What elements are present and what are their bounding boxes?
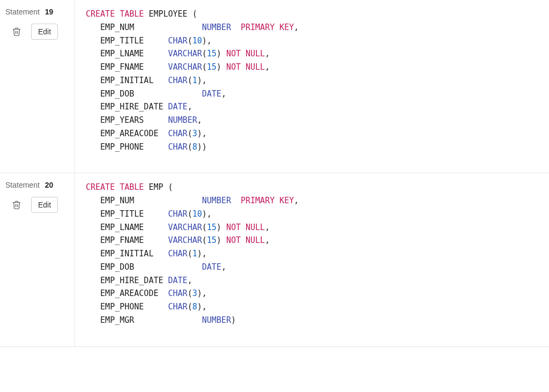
code-token: , [221,262,226,272]
code-token: EMP_INITIAL [86,249,168,258]
code-token: CHAR [168,76,188,85]
statement-label: Statement [5,8,40,16]
code-token: 15 [207,235,217,245]
code-token: CREATE [86,182,115,192]
code-token: PRIMARY [241,23,274,32]
code-token: 15 [207,223,217,232]
code-token: NOT [226,223,241,232]
code-token [274,196,279,205]
statement-label: Statement [5,181,40,189]
code-token: 8 [192,302,197,312]
code-token: ) [217,62,221,72]
code-token: , [265,223,270,232]
code-token: ) [231,315,236,325]
code-token: , [188,102,192,112]
code-token: EMP_TITLE [86,36,168,46]
statement-header: Statement20 [4,181,69,189]
code-token: NOT [226,235,241,245]
code-token: EMP_HIRE_DATE [86,102,168,112]
statement-controls: Edit [4,197,69,213]
code-token [241,223,246,232]
code-token: TABLE [120,9,144,19]
code-token: EMP [144,182,168,192]
code-token: CHAR [168,249,188,258]
code-token: KEY [279,196,294,205]
code-token: CHAR [168,302,188,312]
code-token [221,49,226,58]
statement-controls: Edit [4,24,69,40]
code-token: KEY [279,23,294,32]
statement-header: Statement19 [4,8,69,16]
trash-icon [12,27,21,36]
code-token: 1 [192,76,197,85]
code-token: , [294,196,299,205]
code-token: EMP_AREACODE [86,289,168,298]
edit-button[interactable]: Edit [31,24,58,40]
code-token: ) [217,223,221,232]
code-token: EMP_PHONE [86,302,168,312]
code-token: ( [188,302,192,312]
code-token: CHAR [168,129,188,138]
sql-code[interactable]: CREATE TABLE EMP ( EMP_NUM NUMBER PRIMAR… [75,173,549,346]
code-token: , [265,235,270,245]
code-token: ( [188,129,192,138]
code-token: EMP_MGR [86,315,202,325]
code-token: 10 [192,36,202,46]
code-token: ) [197,302,202,312]
code-token: 10 [192,209,202,219]
code-token: TABLE [120,182,144,192]
code-token: ( [202,49,207,58]
edit-button[interactable]: Edit [31,197,58,213]
code-token: ) [202,142,207,152]
code-token: ( [188,36,192,46]
code-token: , [221,89,226,99]
code-token: ) [197,249,202,258]
code-token: ( [188,249,192,258]
code-token: EMP_NUM [86,23,202,32]
code-token: CHAR [168,142,188,152]
code-token: CHAR [168,209,188,219]
trash-icon [12,200,21,210]
code-token [241,235,246,245]
code-token [221,235,226,245]
code-token: VARCHAR [168,62,202,72]
code-token: EMP_AREACODE [86,129,168,138]
code-token: ) [202,209,207,219]
code-token: 15 [207,49,217,58]
code-token: , [265,62,270,72]
code-token: CHAR [168,36,188,46]
code-token: EMPLOYEE [144,9,192,19]
code-token: NUMBER [202,196,231,205]
code-token: NULL [246,49,265,58]
code-token: VARCHAR [168,223,202,232]
code-token: PRIMARY [241,196,274,205]
code-token: ( [168,182,173,192]
sql-code[interactable]: CREATE TABLE EMPLOYEE ( EMP_NUM NUMBER P… [75,0,549,173]
code-token: ) [197,76,202,85]
code-token: EMP_FNAME [86,62,168,72]
code-token [241,49,246,58]
code-token: , [202,76,207,85]
statement-block: Statement19EditCREATE TABLE EMPLOYEE ( E… [0,0,549,173]
statement-block: Statement20EditCREATE TABLE EMP ( EMP_NU… [0,173,549,346]
code-token: ( [188,209,192,219]
statement-number: 20 [45,181,54,189]
code-token: , [207,209,212,219]
code-token: 15 [207,62,217,72]
code-token: NULL [246,62,265,72]
code-token: NOT [226,49,241,58]
delete-button[interactable] [12,27,21,36]
code-token: NUMBER [168,115,197,125]
code-token: , [202,129,207,138]
code-token [221,62,226,72]
code-token: NUMBER [202,315,231,325]
code-token: EMP_FNAME [86,235,168,245]
code-token: NUMBER [202,23,231,32]
code-token: 3 [192,289,197,298]
code-token: DATE [168,276,188,285]
code-token [274,23,279,32]
code-token: EMP_LNAME [86,223,168,232]
delete-button[interactable] [12,200,21,210]
code-token: NULL [246,235,265,245]
code-token: 3 [192,129,197,138]
